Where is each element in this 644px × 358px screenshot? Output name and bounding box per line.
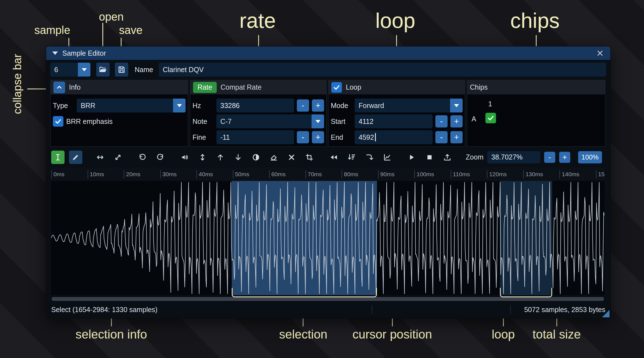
fine-plus-button[interactable]: + bbox=[312, 131, 324, 143]
play-button[interactable] bbox=[405, 151, 418, 164]
redo-button[interactable] bbox=[154, 151, 167, 164]
speaker-icon bbox=[181, 153, 189, 161]
loop-mode-value[interactable]: Forward bbox=[355, 99, 450, 112]
window-resize-grip[interactable] bbox=[602, 310, 610, 317]
arrows-horizontal-button[interactable] bbox=[93, 151, 107, 164]
loop-end-minus-button[interactable]: - bbox=[435, 131, 448, 143]
timeline-label: 70ms bbox=[305, 170, 322, 178]
redo-icon bbox=[156, 153, 164, 161]
open-button[interactable] bbox=[96, 63, 110, 77]
annotation-rate-label: rate bbox=[240, 8, 276, 33]
zoom-reset-button[interactable]: 100% bbox=[578, 151, 602, 163]
invert-circle-button[interactable] bbox=[249, 151, 263, 164]
timeline-label: 40ms bbox=[196, 170, 213, 178]
loop-end-label: End bbox=[331, 133, 352, 141]
hz-label: Hz bbox=[193, 102, 214, 110]
note-label: Note bbox=[193, 117, 214, 126]
note-select[interactable]: C-7 bbox=[216, 114, 324, 128]
bar-chart-button[interactable] bbox=[381, 151, 394, 164]
loop-end-input[interactable]: 4592 bbox=[355, 130, 433, 144]
arrows-vertical-button[interactable] bbox=[196, 151, 209, 164]
rewind-button[interactable] bbox=[327, 151, 340, 164]
hz-input[interactable]: 33286 bbox=[216, 99, 294, 112]
delete-x-button[interactable] bbox=[285, 151, 298, 164]
timeline-label: 20ms bbox=[124, 170, 140, 178]
arrow-turn-down-button[interactable] bbox=[363, 151, 376, 164]
check-icon bbox=[487, 114, 495, 122]
check-icon bbox=[333, 84, 340, 91]
timeline-label: 100ms bbox=[414, 170, 434, 178]
sections-row: Info Type BRR bbox=[46, 80, 610, 147]
chevron-down-icon bbox=[177, 104, 182, 107]
bar-chart-icon bbox=[383, 153, 391, 161]
window-collapse-icon[interactable] bbox=[52, 52, 58, 55]
note-value[interactable]: C-7 bbox=[216, 114, 312, 128]
loop-checkbox[interactable] bbox=[331, 82, 342, 93]
pencil-button[interactable] bbox=[69, 151, 82, 164]
save-button[interactable] bbox=[115, 63, 128, 77]
chevron-down-icon bbox=[315, 120, 320, 123]
arrows-vertical-icon bbox=[198, 153, 207, 161]
sample-dropdown-button[interactable] bbox=[78, 63, 90, 77]
loop-end-plus-button[interactable]: + bbox=[450, 131, 463, 143]
chevron-down-icon bbox=[454, 104, 459, 107]
stop-icon bbox=[425, 153, 434, 161]
fine-input[interactable]: -11 bbox=[216, 130, 294, 144]
close-icon[interactable] bbox=[596, 49, 604, 57]
loop-start-input[interactable]: 4112 bbox=[355, 114, 433, 128]
waveform-area[interactable] bbox=[51, 181, 604, 295]
collapse-bar-button[interactable] bbox=[53, 82, 65, 93]
loop-start-plus-button[interactable]: + bbox=[450, 115, 463, 127]
rate-header: Rate Compat Rate bbox=[190, 80, 326, 94]
zoom-cluster: Zoom 38.7027% - + 100% bbox=[466, 151, 610, 163]
ibeam-cursor-button[interactable] bbox=[51, 151, 65, 164]
zoom-label: Zoom bbox=[466, 153, 483, 161]
crop-button[interactable] bbox=[303, 151, 316, 164]
chips-header-label: Chips bbox=[470, 83, 488, 91]
compat-rate-tab[interactable]: Compat Rate bbox=[221, 83, 261, 91]
hz-plus-button[interactable]: + bbox=[312, 99, 324, 112]
sample-selector[interactable]: 6 bbox=[50, 63, 90, 77]
brr-emphasis-checkbox[interactable] bbox=[53, 116, 63, 127]
type-value[interactable]: BRR bbox=[77, 99, 173, 112]
zoom-input[interactable]: 38.7027% bbox=[487, 151, 540, 163]
sample-number-value[interactable]: 6 bbox=[50, 63, 78, 77]
upload-button[interactable] bbox=[441, 151, 454, 164]
timeline-ruler[interactable]: 0ms10ms20ms30ms40ms50ms60ms70ms80ms90ms1… bbox=[51, 168, 604, 181]
annotation-sample-label: sample bbox=[34, 24, 70, 36]
speaker-button[interactable] bbox=[178, 151, 191, 164]
scrollbar-handle[interactable] bbox=[52, 297, 604, 301]
sample-editor-window: Sample Editor 6 bbox=[46, 46, 611, 318]
note-dropdown-button[interactable] bbox=[312, 114, 324, 128]
type-dropdown-button[interactable] bbox=[173, 99, 186, 112]
hz-minus-button[interactable]: - bbox=[297, 99, 309, 112]
sort-descending-button[interactable] bbox=[345, 151, 358, 164]
zoom-minus-button[interactable]: - bbox=[544, 152, 555, 163]
loop-mode-select[interactable]: Forward bbox=[355, 99, 463, 112]
rate-tab[interactable]: Rate bbox=[193, 82, 217, 93]
eraser-button[interactable] bbox=[267, 151, 280, 164]
fine-minus-button[interactable]: - bbox=[297, 131, 309, 143]
fine-label: Fine bbox=[193, 133, 214, 141]
arrow-up-button[interactable] bbox=[214, 151, 227, 164]
undo-button[interactable] bbox=[136, 151, 149, 164]
type-select[interactable]: BRR bbox=[77, 99, 186, 112]
titlebar[interactable]: Sample Editor bbox=[46, 46, 610, 60]
rate-section: Rate Compat Rate Hz 33286 - + Note bbox=[190, 80, 327, 147]
toolbar-group bbox=[178, 151, 316, 164]
undo-icon bbox=[138, 153, 147, 161]
loop-mode-dropdown-button[interactable] bbox=[450, 99, 463, 112]
zoom-plus-button[interactable]: + bbox=[559, 152, 570, 163]
annotation-cursor-position-label: cursor position bbox=[352, 327, 432, 341]
toolbar: Zoom 38.7027% - + 100% bbox=[46, 150, 610, 164]
chips-body: 1 A bbox=[467, 94, 605, 147]
chip-enable-checkbox[interactable] bbox=[485, 113, 496, 123]
timeline-label: 50ms bbox=[233, 170, 249, 178]
timeline-label: 80ms bbox=[342, 170, 358, 178]
arrow-down-button[interactable] bbox=[231, 151, 245, 164]
arrows-diagonal-button[interactable] bbox=[111, 151, 125, 164]
loop-start-minus-button[interactable]: - bbox=[435, 115, 448, 127]
stop-button[interactable] bbox=[423, 151, 436, 164]
name-input[interactable]: Clarinet DQV bbox=[159, 63, 606, 77]
name-value: Clarinet DQV bbox=[163, 66, 204, 74]
